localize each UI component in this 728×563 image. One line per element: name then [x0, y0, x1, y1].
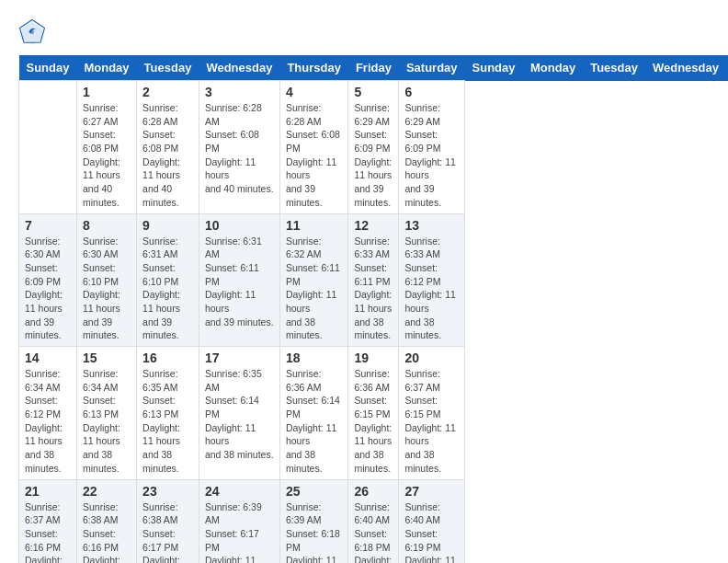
svg-point-2 — [30, 30, 35, 35]
date-number: 26 — [354, 484, 392, 499]
cell-content: Sunrise: 6:28 AM Sunset: 6:08 PM Dayligh… — [286, 101, 343, 210]
cell-content: Sunrise: 6:30 AM Sunset: 6:10 PM Dayligh… — [83, 235, 131, 343]
day-cell-20: 20Sunrise: 6:37 AM Sunset: 6:15 PM Dayli… — [399, 347, 465, 480]
cell-content: Sunrise: 6:33 AM Sunset: 6:11 PM Dayligh… — [354, 235, 392, 343]
date-number: 16 — [142, 350, 193, 365]
cell-content: Sunrise: 6:40 AM Sunset: 6:18 PM Dayligh… — [354, 500, 392, 564]
cell-content: Sunrise: 6:36 AM Sunset: 6:14 PM Dayligh… — [286, 367, 343, 476]
cell-content: Sunrise: 6:28 AM Sunset: 6:08 PM Dayligh… — [142, 101, 193, 210]
day-cell-25: 25Sunrise: 6:39 AM Sunset: 6:18 PM Dayli… — [279, 479, 348, 563]
day-cell-18: 18Sunrise: 6:36 AM Sunset: 6:14 PM Dayli… — [279, 347, 348, 480]
day-cell-10: 10Sunrise: 6:31 AM Sunset: 6:11 PM Dayli… — [199, 213, 279, 347]
date-number: 8 — [83, 218, 131, 233]
day-cell-2: 2Sunrise: 6:28 AM Sunset: 6:08 PM Daylig… — [137, 81, 199, 214]
cell-content: Sunrise: 6:40 AM Sunset: 6:19 PM Dayligh… — [404, 500, 459, 564]
cell-content: Sunrise: 6:39 AM Sunset: 6:18 PM Dayligh… — [286, 500, 343, 564]
cell-content: Sunrise: 6:39 AM Sunset: 6:17 PM Dayligh… — [205, 500, 274, 564]
day-cell-16: 16Sunrise: 6:35 AM Sunset: 6:13 PM Dayli… — [137, 347, 199, 480]
header-row: SundayMondayTuesdayWednesdayThursdayFrid… — [19, 55, 729, 81]
day-cell-11: 11Sunrise: 6:32 AM Sunset: 6:11 PM Dayli… — [279, 213, 348, 347]
date-number: 2 — [142, 85, 193, 99]
day-cell-4: 4Sunrise: 6:28 AM Sunset: 6:08 PM Daylig… — [279, 81, 348, 214]
date-number: 12 — [354, 218, 392, 233]
date-number: 10 — [205, 218, 274, 233]
date-number: 21 — [25, 484, 71, 499]
day-cell-24: 24Sunrise: 6:39 AM Sunset: 6:17 PM Dayli… — [199, 479, 279, 563]
date-number: 11 — [286, 218, 343, 233]
day-header-tuesday: Tuesday — [137, 55, 199, 81]
day-header-wednesday: Wednesday — [199, 55, 279, 81]
cell-content: Sunrise: 6:31 AM Sunset: 6:11 PM Dayligh… — [205, 235, 274, 329]
date-number: 23 — [142, 484, 193, 499]
date-number: 3 — [205, 85, 274, 99]
date-number: 6 — [404, 85, 459, 99]
date-number: 4 — [286, 85, 343, 99]
cell-content: Sunrise: 6:36 AM Sunset: 6:15 PM Dayligh… — [354, 367, 392, 476]
cell-content: Sunrise: 6:34 AM Sunset: 6:12 PM Dayligh… — [25, 367, 71, 476]
cell-content: Sunrise: 6:35 AM Sunset: 6:13 PM Dayligh… — [142, 367, 193, 476]
day-cell-22: 22Sunrise: 6:38 AM Sunset: 6:16 PM Dayli… — [76, 479, 136, 563]
day-header-sunday: Sunday — [19, 55, 77, 81]
day-cell-26: 26Sunrise: 6:40 AM Sunset: 6:18 PM Dayli… — [348, 479, 399, 563]
day-header-monday: Monday — [523, 55, 583, 81]
day-cell-7: 7Sunrise: 6:30 AM Sunset: 6:09 PM Daylig… — [19, 213, 77, 347]
week-row-3: 14Sunrise: 6:34 AM Sunset: 6:12 PM Dayli… — [19, 347, 729, 480]
date-number: 13 — [404, 218, 459, 233]
cell-content: Sunrise: 6:29 AM Sunset: 6:09 PM Dayligh… — [354, 101, 392, 210]
date-number: 19 — [354, 350, 392, 365]
day-cell-12: 12Sunrise: 6:33 AM Sunset: 6:11 PM Dayli… — [348, 213, 399, 347]
day-header-thursday: Thursday — [279, 55, 348, 81]
cell-content: Sunrise: 6:30 AM Sunset: 6:09 PM Dayligh… — [25, 235, 71, 343]
cell-content: Sunrise: 6:35 AM Sunset: 6:14 PM Dayligh… — [205, 367, 274, 462]
date-number: 18 — [286, 350, 343, 365]
cell-content: Sunrise: 6:37 AM Sunset: 6:15 PM Dayligh… — [404, 367, 459, 476]
day-cell-13: 13Sunrise: 6:33 AM Sunset: 6:12 PM Dayli… — [399, 213, 465, 347]
cell-content: Sunrise: 6:32 AM Sunset: 6:11 PM Dayligh… — [286, 235, 343, 343]
day-cell-21: 21Sunrise: 6:37 AM Sunset: 6:16 PM Dayli… — [19, 479, 77, 563]
page-header — [18, 18, 710, 46]
day-cell-9: 9Sunrise: 6:31 AM Sunset: 6:10 PM Daylig… — [137, 213, 199, 347]
logo — [18, 18, 50, 46]
cell-content: Sunrise: 6:29 AM Sunset: 6:09 PM Dayligh… — [404, 101, 459, 210]
day-cell-23: 23Sunrise: 6:38 AM Sunset: 6:17 PM Dayli… — [137, 479, 199, 563]
day-cell-5: 5Sunrise: 6:29 AM Sunset: 6:09 PM Daylig… — [348, 81, 399, 214]
day-header-friday: Friday — [348, 55, 399, 81]
date-number: 15 — [83, 350, 131, 365]
day-header-wednesday: Wednesday — [645, 55, 726, 81]
date-number: 7 — [25, 218, 71, 233]
date-number: 25 — [286, 484, 343, 499]
date-number: 24 — [205, 484, 274, 499]
day-cell-19: 19Sunrise: 6:36 AM Sunset: 6:15 PM Dayli… — [348, 347, 399, 480]
logo-icon — [18, 18, 46, 46]
date-number: 17 — [205, 350, 274, 365]
day-cell-27: 27Sunrise: 6:40 AM Sunset: 6:19 PM Dayli… — [399, 479, 465, 563]
day-cell-8: 8Sunrise: 6:30 AM Sunset: 6:10 PM Daylig… — [76, 213, 136, 347]
date-number: 5 — [354, 85, 392, 99]
cell-content: Sunrise: 6:33 AM Sunset: 6:12 PM Dayligh… — [404, 235, 459, 343]
date-number: 22 — [83, 484, 131, 499]
day-header-saturday: Saturday — [399, 55, 465, 81]
week-row-2: 7Sunrise: 6:30 AM Sunset: 6:09 PM Daylig… — [19, 213, 729, 347]
date-number: 20 — [404, 350, 459, 365]
cell-content: Sunrise: 6:28 AM Sunset: 6:08 PM Dayligh… — [205, 101, 274, 196]
date-number: 9 — [142, 218, 193, 233]
week-row-4: 21Sunrise: 6:37 AM Sunset: 6:16 PM Dayli… — [19, 479, 729, 563]
date-number: 27 — [404, 484, 459, 499]
cell-content: Sunrise: 6:37 AM Sunset: 6:16 PM Dayligh… — [25, 500, 71, 564]
day-cell-6: 6Sunrise: 6:29 AM Sunset: 6:09 PM Daylig… — [399, 81, 465, 214]
cell-content: Sunrise: 6:38 AM Sunset: 6:16 PM Dayligh… — [83, 500, 131, 564]
day-cell-15: 15Sunrise: 6:34 AM Sunset: 6:13 PM Dayli… — [76, 347, 136, 480]
date-number: 14 — [25, 350, 71, 365]
day-cell-14: 14Sunrise: 6:34 AM Sunset: 6:12 PM Dayli… — [19, 347, 77, 480]
day-header-sunday: Sunday — [465, 55, 523, 81]
calendar-table: SundayMondayTuesdayWednesdayThursdayFrid… — [18, 55, 728, 563]
day-header-tuesday: Tuesday — [583, 55, 645, 81]
day-header-monday: Monday — [76, 55, 136, 81]
week-row-1: 1Sunrise: 6:27 AM Sunset: 6:08 PM Daylig… — [19, 81, 729, 214]
cell-content: Sunrise: 6:38 AM Sunset: 6:17 PM Dayligh… — [142, 500, 193, 564]
empty-cell — [19, 81, 77, 214]
day-cell-3: 3Sunrise: 6:28 AM Sunset: 6:08 PM Daylig… — [199, 81, 279, 214]
cell-content: Sunrise: 6:27 AM Sunset: 6:08 PM Dayligh… — [83, 101, 131, 210]
cell-content: Sunrise: 6:31 AM Sunset: 6:10 PM Dayligh… — [142, 235, 193, 343]
day-cell-17: 17Sunrise: 6:35 AM Sunset: 6:14 PM Dayli… — [199, 347, 279, 480]
